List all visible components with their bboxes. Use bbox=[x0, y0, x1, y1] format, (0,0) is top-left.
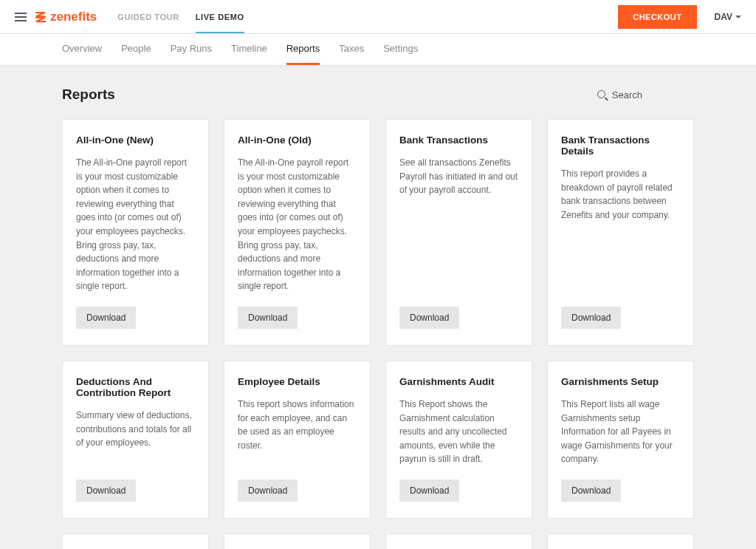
nav-overview[interactable]: Overview bbox=[62, 34, 102, 65]
report-card: History SummarySummary view of all earni… bbox=[62, 533, 209, 549]
report-description: See all transactions Zenefits Payroll ha… bbox=[399, 156, 518, 197]
top-bar: zenefits GUIDED TOUR LIVE DEMO CHECKOUT … bbox=[0, 0, 756, 34]
nav-reports[interactable]: Reports bbox=[286, 34, 320, 65]
brand-logo[interactable]: zenefits bbox=[34, 10, 97, 24]
brand-name: zenefits bbox=[50, 10, 97, 24]
tab-guided-tour[interactable]: GUIDED TOUR bbox=[117, 1, 179, 33]
search-label: Search bbox=[612, 89, 642, 100]
report-description: Summary view of deductions, contribution… bbox=[76, 409, 195, 450]
top-tabs: GUIDED TOUR LIVE DEMO bbox=[117, 1, 244, 33]
tab-live-demo[interactable]: LIVE DEMO bbox=[196, 1, 244, 33]
nav-taxes[interactable]: Taxes bbox=[339, 34, 364, 65]
report-title: All-in-One (New) bbox=[76, 134, 154, 146]
report-title: Employee Details bbox=[238, 376, 320, 387]
report-title: Garnishments Setup bbox=[561, 376, 659, 387]
download-button[interactable]: Download bbox=[399, 480, 459, 502]
report-title: Deductions And Contribution Report bbox=[76, 376, 195, 398]
nav-people[interactable]: People bbox=[121, 34, 151, 65]
sub-nav: Overview People Pay Runs Timeline Report… bbox=[0, 34, 756, 66]
nav-payruns[interactable]: Pay Runs bbox=[171, 34, 212, 65]
report-card: Labor DistributionThis report is a summa… bbox=[385, 533, 532, 549]
download-button[interactable]: Download bbox=[561, 480, 621, 502]
report-card: All-in-One (Old)The All-in-One payroll r… bbox=[224, 119, 371, 346]
report-description: This report shows information for each e… bbox=[238, 398, 357, 452]
report-card: Garnishments AuditThis Report shows the … bbox=[385, 361, 532, 519]
report-title: All-in-One (Old) bbox=[238, 134, 312, 146]
nav-settings[interactable]: Settings bbox=[383, 34, 418, 65]
report-card: Deductions And Contribution ReportSummar… bbox=[62, 361, 209, 519]
user-menu[interactable]: DAV bbox=[715, 12, 741, 22]
report-description: The All-in-One payroll report is your mo… bbox=[238, 156, 357, 293]
report-title: Bank Transactions bbox=[399, 134, 488, 146]
download-button[interactable]: Download bbox=[238, 307, 298, 329]
download-button[interactable]: Download bbox=[238, 480, 298, 502]
report-description: The All-in-One payroll report is your mo… bbox=[76, 156, 195, 293]
search-link[interactable]: Search bbox=[597, 89, 642, 100]
page-title: Reports bbox=[62, 86, 115, 103]
heading-row: Reports Search bbox=[62, 86, 694, 103]
report-card: Garnishments SetupThis Report lists all … bbox=[547, 361, 694, 519]
report-card: Individual EarningsThis report is the si… bbox=[224, 533, 371, 549]
report-card: Employee DetailsThis report shows inform… bbox=[224, 361, 371, 519]
report-description: This Report lists all wage Garnishments … bbox=[561, 398, 680, 466]
download-button[interactable]: Download bbox=[76, 480, 136, 502]
checkout-button[interactable]: CHECKOUT bbox=[618, 5, 696, 29]
report-description: This Report shows the Garnishment calcul… bbox=[399, 398, 518, 466]
report-title: Bank Transactions Details bbox=[561, 134, 680, 157]
report-description: This report provides a breakdown of payr… bbox=[561, 167, 680, 222]
report-title: Garnishments Audit bbox=[399, 376, 495, 387]
chevron-down-icon bbox=[735, 16, 741, 18]
report-card: Labor Distribution DetailThis is an item… bbox=[547, 533, 694, 549]
download-button[interactable]: Download bbox=[76, 307, 136, 329]
menu-icon[interactable] bbox=[15, 13, 27, 21]
report-card: All-in-One (New)The All-in-One payroll r… bbox=[62, 119, 209, 346]
report-card: Bank Transactions DetailsThis report pro… bbox=[547, 119, 694, 346]
search-icon bbox=[597, 89, 608, 100]
report-card: Bank TransactionsSee all transactions Ze… bbox=[385, 119, 532, 346]
zenefits-logo-icon bbox=[34, 10, 47, 24]
nav-timeline[interactable]: Timeline bbox=[231, 34, 267, 65]
reports-grid: All-in-One (New)The All-in-One payroll r… bbox=[62, 119, 694, 549]
download-button[interactable]: Download bbox=[399, 307, 459, 329]
download-button[interactable]: Download bbox=[561, 307, 621, 329]
user-name: DAV bbox=[715, 12, 732, 22]
content-area: Reports Search All-in-One (New)The All-i… bbox=[0, 66, 756, 549]
